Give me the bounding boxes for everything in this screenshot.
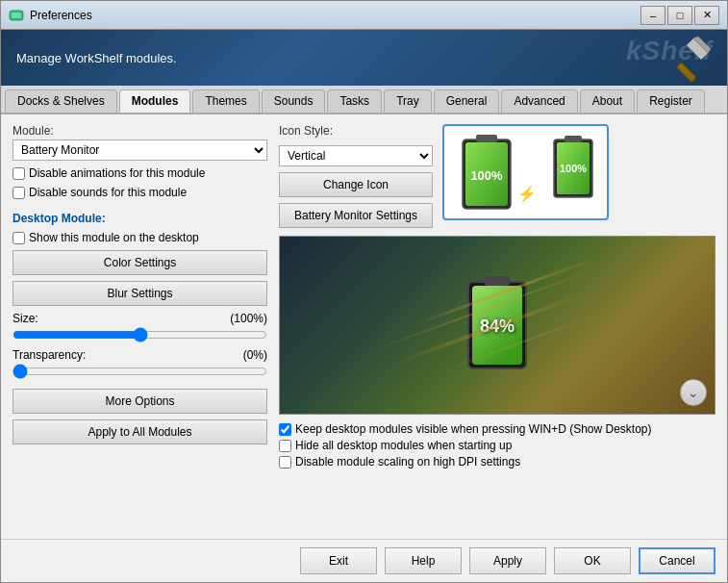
app-icon bbox=[9, 8, 24, 23]
right-panel: Icon Style: Vertical Change Icon Battery… bbox=[279, 124, 715, 535]
keep-visible-row: Keep desktop modules visible when pressi… bbox=[279, 422, 715, 436]
scroll-down-container: ⌄ bbox=[680, 379, 707, 406]
hide-starting-row: Hide all desktop modules when starting u… bbox=[279, 439, 715, 452]
hide-starting-label: Hide all desktop modules when starting u… bbox=[295, 439, 512, 452]
desktop-module-label: Desktop Module: bbox=[13, 212, 106, 225]
disable-animations-label: Disable animations for this module bbox=[29, 166, 205, 180]
disable-scaling-row: Disable module scaling on high DPI setti… bbox=[279, 455, 715, 469]
help-button[interactable]: Help bbox=[385, 547, 462, 574]
tab-about[interactable]: About bbox=[580, 89, 635, 113]
left-panel: Module: Battery Monitor Disable animatio… bbox=[13, 124, 267, 535]
icon-style-section: Icon Style: Vertical Change Icon Battery… bbox=[279, 124, 433, 228]
transparency-percent: (0%) bbox=[243, 348, 267, 362]
close-button[interactable]: ✕ bbox=[694, 6, 719, 25]
svg-text:100%: 100% bbox=[559, 163, 586, 174]
svg-text:100%: 100% bbox=[470, 168, 503, 183]
keep-visible-label: Keep desktop modules visible when pressi… bbox=[295, 422, 652, 436]
battery-preview-small: 100% bbox=[546, 134, 599, 201]
tab-sounds[interactable]: Sounds bbox=[262, 89, 326, 113]
icon-style-select[interactable]: Vertical bbox=[279, 145, 433, 166]
hammer-icon bbox=[665, 34, 713, 82]
module-select[interactable]: Battery Monitor bbox=[13, 139, 267, 161]
preview-bg bbox=[280, 237, 715, 414]
tab-bar: Docks & Shelves Modules Themes Sounds Ta… bbox=[1, 86, 727, 114]
ok-button[interactable]: OK bbox=[554, 547, 631, 574]
size-label-row: Size: (100%) bbox=[13, 312, 267, 325]
change-icon-button[interactable]: Change Icon bbox=[279, 172, 433, 197]
show-desktop-row: Show this module on the desktop bbox=[13, 231, 267, 244]
size-slider[interactable] bbox=[13, 327, 267, 342]
transparency-slider[interactable] bbox=[13, 364, 267, 379]
svg-rect-6 bbox=[476, 135, 497, 142]
tab-register[interactable]: Register bbox=[637, 89, 705, 113]
icon-style-label: Icon Style: bbox=[279, 124, 433, 138]
transparency-slider-row: Transparency: (0%) bbox=[13, 348, 267, 379]
maximize-button[interactable]: □ bbox=[667, 6, 692, 25]
svg-rect-4 bbox=[676, 63, 696, 82]
size-slider-row: Size: (100%) bbox=[13, 312, 267, 342]
hide-starting-checkbox[interactable] bbox=[279, 440, 291, 452]
disable-animations-checkbox[interactable] bbox=[13, 167, 25, 180]
title-bar: Preferences – □ ✕ bbox=[1, 1, 727, 30]
tab-docks-shelves[interactable]: Docks & Shelves bbox=[5, 89, 117, 113]
banner-logo: kShelf bbox=[602, 32, 717, 84]
keep-visible-checkbox[interactable] bbox=[279, 423, 291, 436]
svg-rect-10 bbox=[565, 136, 582, 142]
tab-advanced[interactable]: Advanced bbox=[501, 89, 577, 113]
tab-tasks[interactable]: Tasks bbox=[327, 89, 382, 113]
disable-animations-row: Disable animations for this module bbox=[13, 166, 267, 180]
tab-tray[interactable]: Tray bbox=[384, 89, 432, 113]
disable-sounds-row: Disable sounds for this module bbox=[13, 186, 267, 199]
icon-config-row: Icon Style: Vertical Change Icon Battery… bbox=[279, 124, 715, 228]
window-controls: – □ ✕ bbox=[640, 6, 719, 25]
apply-button[interactable]: Apply bbox=[469, 547, 546, 574]
battery-settings-button[interactable]: Battery Monitor Settings bbox=[279, 203, 433, 228]
disable-scaling-checkbox[interactable] bbox=[279, 456, 291, 469]
tab-themes[interactable]: Themes bbox=[192, 89, 259, 113]
window-title: Preferences bbox=[30, 9, 640, 22]
module-field: Module: Battery Monitor bbox=[13, 124, 267, 161]
transparency-label-row: Transparency: (0%) bbox=[13, 348, 267, 362]
tab-general[interactable]: General bbox=[434, 89, 500, 113]
main-area: Module: Battery Monitor Disable animatio… bbox=[13, 124, 715, 535]
exit-button[interactable]: Exit bbox=[300, 547, 377, 574]
more-options-button[interactable]: More Options bbox=[13, 389, 267, 414]
disable-scaling-label: Disable module scaling on high DPI setti… bbox=[295, 455, 520, 469]
apply-all-modules-button[interactable]: Apply to All Modules bbox=[13, 419, 267, 444]
transparency-label: Transparency: bbox=[13, 348, 86, 362]
banner: Manage WorkShelf modules. kShelf bbox=[1, 30, 727, 86]
plug-icon: ⚡ bbox=[517, 185, 537, 203]
show-desktop-label: Show this module on the desktop bbox=[29, 231, 199, 244]
size-percent: (100%) bbox=[230, 312, 267, 325]
svg-rect-1 bbox=[12, 13, 21, 18]
disable-sounds-checkbox[interactable] bbox=[13, 187, 25, 199]
desktop-module-section: Desktop Module: bbox=[13, 211, 267, 225]
module-label: Module: bbox=[13, 124, 267, 138]
size-label: Size: bbox=[13, 312, 38, 325]
battery-svg-main: 100% bbox=[455, 132, 517, 214]
battery-svg-small: 100% bbox=[548, 134, 598, 201]
blur-settings-button[interactable]: Blur Settings bbox=[13, 281, 267, 306]
icon-previews-container: 100% ⚡ bbox=[442, 124, 609, 220]
color-settings-button[interactable]: Color Settings bbox=[13, 250, 267, 275]
bottom-bar: Exit Help Apply OK Cancel bbox=[1, 539, 727, 582]
scroll-down-button[interactable]: ⌄ bbox=[680, 379, 707, 406]
option-checkboxes: Keep desktop modules visible when pressi… bbox=[279, 422, 715, 469]
minimize-button[interactable]: – bbox=[640, 6, 665, 25]
show-desktop-checkbox[interactable] bbox=[13, 232, 25, 244]
banner-subtitle: Manage WorkShelf modules. bbox=[16, 51, 177, 65]
desktop-preview: 84% ⌄ bbox=[279, 236, 715, 415]
main-window: Preferences – □ ✕ Manage WorkShelf modul… bbox=[0, 0, 728, 583]
battery-preview-main: 100% ⚡ bbox=[452, 134, 519, 211]
content-area: Module: Battery Monitor Disable animatio… bbox=[1, 114, 727, 539]
disable-sounds-label: Disable sounds for this module bbox=[29, 186, 187, 199]
tab-modules[interactable]: Modules bbox=[119, 89, 191, 113]
cancel-button[interactable]: Cancel bbox=[639, 547, 715, 574]
